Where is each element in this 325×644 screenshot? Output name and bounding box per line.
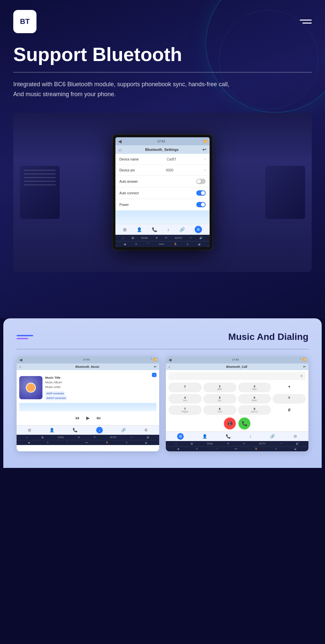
next-track-btn[interactable]: ⏭ — [97, 415, 101, 420]
car-back-icon[interactable]: ◀ — [124, 243, 126, 246]
c-back[interactable]: ◀ — [177, 448, 179, 450]
back-arrow-icon[interactable]: ◀ — [118, 139, 122, 144]
dial-key-8[interactable]: 8 TUV — [203, 405, 236, 415]
dial-input[interactable]: ✕ — [168, 372, 306, 380]
car-power-icon[interactable]: ⏻ — [131, 236, 134, 239]
car-auto-label: AUTO — [175, 236, 182, 239]
dial-key-star[interactable]: * — [273, 383, 306, 392]
link-icon[interactable]: 🔗 — [179, 227, 185, 232]
music-home-icon[interactable]: ⌂ — [19, 365, 21, 368]
prev-track-btn[interactable]: ⏮ — [75, 415, 80, 420]
contacts-icon[interactable]: 👤 — [137, 227, 142, 232]
dial-key-5[interactable]: 5 JKL — [203, 394, 236, 404]
play-btn[interactable]: ▶ — [86, 415, 90, 420]
car-vol-up-icon[interactable]: 🔊 — [199, 236, 203, 239]
hamburger-menu[interactable] — [300, 20, 312, 24]
arrow-icon: › — [204, 157, 206, 161]
c-seat[interactable]: 🪑 — [255, 448, 258, 450]
dial-clear-btn[interactable]: ✕ — [300, 374, 303, 378]
c-fan2[interactable]: ⌃ — [215, 448, 217, 450]
end-call-btn[interactable]: 📵 — [224, 418, 236, 429]
c-vol2[interactable]: 🔉 — [294, 448, 297, 450]
c-wave[interactable]: 〰 — [280, 442, 282, 445]
music-note-btn[interactable]: ♪ — [152, 373, 157, 377]
fan-icon[interactable]: ⌃ — [147, 243, 149, 246]
dial-key-2[interactable]: 2 ABC — [203, 383, 236, 392]
c-power[interactable]: ⏻ — [191, 442, 193, 445]
call-settings-icon[interactable]: ⚙ — [293, 434, 297, 439]
call-phone-icon[interactable]: 📞 — [226, 434, 231, 439]
call-music-icon[interactable]: ♪ — [249, 434, 251, 439]
mini-link-icon[interactable]: 🔗 — [121, 428, 126, 432]
music-back-icon[interactable]: ↩ — [154, 365, 157, 368]
m-home[interactable]: ⌂ — [26, 436, 28, 439]
m-fan2[interactable]: ⌃ — [66, 441, 68, 444]
power-row[interactable]: Power — [115, 199, 210, 211]
back-icon[interactable]: ↩ — [202, 147, 206, 152]
temp-bar-indicator: ━━━ — [159, 243, 164, 246]
car-temp-bar: ◀ 0 ⌃ ━━━ 🪑 0 🔉 — [115, 241, 210, 247]
m-vol2[interactable]: 🔉 — [145, 441, 148, 444]
device-name-row[interactable]: Device name CarBT › — [115, 154, 210, 165]
music-info: Music Title Music Album Music Artist A2D… — [45, 375, 67, 401]
music-icon[interactable]: ♪ — [167, 227, 169, 232]
auto-connect-row[interactable]: Auto connect — [115, 187, 210, 199]
c-vol[interactable]: 🔊 — [296, 442, 299, 445]
power-toggle[interactable] — [196, 202, 206, 207]
phone-icon[interactable]: 📞 — [152, 227, 157, 232]
auto-answer-row[interactable]: Auto answer — [115, 176, 210, 187]
arrow-icon-2: › — [204, 168, 206, 172]
car-fan-icon[interactable]: ❄ — [156, 236, 158, 239]
music-back-btn[interactable]: ◀ — [19, 357, 22, 362]
car-vent-left — [20, 166, 60, 219]
car-wave-icon[interactable]: 〰 — [189, 236, 192, 239]
dial-key-4[interactable]: 4 GHI — [168, 394, 202, 404]
mini-phone-icon[interactable]: 📞 — [73, 428, 78, 432]
home-icon[interactable]: ⌂ — [119, 147, 121, 152]
car-recycle-icon[interactable]: ↻ — [165, 236, 167, 239]
m-recycle[interactable]: ↻ — [94, 436, 96, 439]
m-back[interactable]: ◀ — [28, 441, 30, 444]
dial-keypad: 1 — 2 ABC 3 DEF * — [168, 383, 306, 415]
m-wave[interactable]: 〰 — [130, 436, 133, 439]
car-home-icon[interactable]: ⌂ — [122, 236, 124, 239]
c-home[interactable]: ⌂ — [175, 442, 177, 445]
mini-music-active-icon[interactable]: ♪ — [96, 427, 103, 433]
m-fan[interactable]: ❄ — [78, 436, 80, 439]
auto-connect-toggle[interactable] — [196, 190, 206, 196]
dial-key-7[interactable]: 7 PQRS — [168, 405, 202, 415]
c-auto: AUTO — [259, 442, 265, 445]
device-pin-row[interactable]: Device pin 0000 › — [115, 165, 210, 176]
call-car-bar2: ◀ 0 ⌃ ━━ 🪑 0 🔉 — [166, 446, 308, 451]
mini-settings-icon[interactable]: ⚙ — [144, 428, 148, 432]
auto-answer-toggle[interactable] — [196, 179, 206, 184]
dial-key-1[interactable]: 1 — — [168, 383, 202, 392]
call-home-icon[interactable]: ⌂ — [168, 365, 170, 368]
screen-status-bar: ◀ 17:53 ⌃ 📶 — [115, 137, 210, 145]
seat-icon[interactable]: 🪑 — [174, 243, 177, 246]
mini-contacts-icon[interactable]: 👤 — [49, 428, 54, 432]
dial-key-9[interactable]: 9 WXYZ — [238, 405, 271, 415]
vol-down-icon[interactable]: 🔉 — [198, 243, 201, 246]
call-back-icon[interactable]: ↩ — [303, 365, 306, 368]
call-apps-active-icon[interactable]: ⊞ — [177, 433, 184, 440]
m-vol[interactable]: 🔊 — [147, 436, 150, 439]
settings-active-icon[interactable]: ⚙ — [195, 226, 202, 233]
start-call-btn[interactable]: 📞 — [238, 418, 250, 429]
dial-key-3[interactable]: 3 DEF — [238, 383, 271, 392]
call-link-icon[interactable]: 🔗 — [270, 434, 275, 439]
c-recycle[interactable]: ↻ — [243, 442, 245, 445]
mini-apps-icon[interactable]: ⊞ — [28, 428, 31, 432]
accent-line-purple — [17, 338, 28, 339]
dial-key-6[interactable]: 6 MNO — [238, 394, 271, 404]
c-fan[interactable]: ❄ — [227, 442, 229, 445]
dial-key-0[interactable]: 0 · — [273, 394, 306, 404]
m-power[interactable]: ⏻ — [41, 436, 44, 439]
call-contacts-icon[interactable]: 👤 — [202, 434, 207, 439]
temp-left: 0 — [135, 243, 137, 246]
apps-icon[interactable]: ⊞ — [123, 227, 127, 232]
screen-nav-bar: ⌂ Bluetooth_Settings ↩ — [115, 145, 210, 154]
dial-key-hash[interactable]: # — [273, 405, 306, 415]
call-back-btn[interactable]: ◀ — [168, 357, 171, 362]
m-seat[interactable]: 🪑 — [105, 441, 108, 444]
